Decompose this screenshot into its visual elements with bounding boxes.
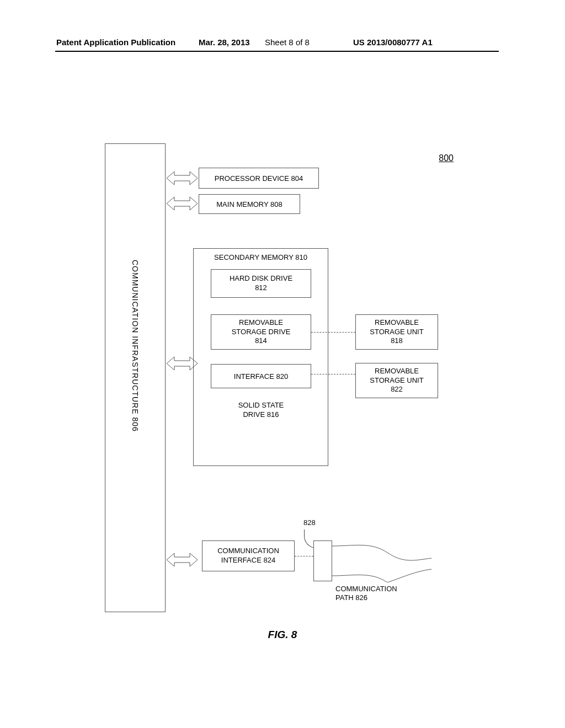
dashed-connector-icon (295, 556, 313, 556)
hdd-block: HARD DISK DRIVE 812 (211, 269, 311, 298)
header-publication: Patent Application Publication (56, 38, 175, 47)
bidir-arrow-icon (167, 194, 198, 213)
removable-storage-unit-822-block: REMOVABLE STORAGE UNIT 822 (355, 363, 438, 398)
rsu1-line3: 818 (391, 336, 403, 346)
removable-storage-drive-block: REMOVABLE STORAGE DRIVE 814 (211, 314, 311, 350)
main-memory-block: MAIN MEMORY 808 (199, 194, 300, 214)
processor-label: PROCESSOR DEVICE 804 (215, 174, 303, 183)
dashed-connector-icon (311, 332, 355, 333)
processor-block: PROCESSOR DEVICE 804 (199, 168, 319, 189)
ssd-line1: SOLID STATE (238, 401, 284, 410)
hdd-line2: 812 (255, 283, 267, 293)
header-rule (55, 51, 499, 52)
main-memory-label: MAIN MEMORY 808 (216, 200, 282, 208)
comm-path-wave-icon (332, 539, 431, 582)
dashed-connector-icon (311, 374, 355, 374)
comm-path-line2: PATH 826 (335, 593, 397, 602)
ref-828-label: 828 (303, 518, 316, 527)
signal-node-828 (313, 540, 332, 581)
diagram-area: 800 COMMUNICATION INFRASTRUCTURE 806 PRO… (105, 143, 463, 612)
ssd-block: SOLID STATE DRIVE 816 (211, 397, 311, 424)
interface-label: INTERFACE 820 (234, 372, 288, 381)
secondary-memory-title: SECONDARY MEMORY 810 (194, 253, 328, 261)
bidir-arrow-icon (167, 169, 198, 188)
ssd-line2: DRIVE 816 (243, 410, 279, 420)
comm-interface-block: COMMUNICATION INTERFACE 824 (202, 540, 295, 571)
rsu1-line2: STORAGE UNIT (370, 328, 423, 337)
bidir-arrow-icon (167, 550, 198, 569)
interface-block: INTERFACE 820 (211, 364, 311, 388)
rsd-line1: REMOVABLE (239, 318, 283, 328)
comm-path-line1: COMMUNICATION (335, 585, 397, 593)
hdd-line1: HARD DISK DRIVE (230, 274, 292, 283)
comm-path-label: COMMUNICATION PATH 826 (335, 585, 397, 602)
figure-caption: FIG. 8 (0, 629, 565, 641)
header-date: Mar. 28, 2013 (199, 38, 250, 47)
rsd-line2: STORAGE DRIVE (232, 328, 291, 337)
comm-infrastructure-block: COMMUNICATION INFRASTRUCTURE 806 (105, 143, 166, 612)
rsu2-line2: STORAGE UNIT (370, 376, 423, 386)
header-pubnum: US 2013/0080777 A1 (353, 38, 433, 47)
comm-if-line1: COMMUNICATION (217, 547, 279, 556)
rsu2-line3: 822 (391, 385, 403, 394)
rsu1-line1: REMOVABLE (375, 318, 419, 328)
system-ref-label: 800 (439, 153, 454, 163)
rsu2-line1: REMOVABLE (375, 367, 419, 376)
header-sheet: Sheet 8 of 8 (265, 38, 310, 47)
comm-if-line2: INTERFACE 824 (221, 556, 275, 565)
comm-infrastructure-label: COMMUNICATION INFRASTRUCTURE 806 (131, 260, 140, 432)
removable-storage-unit-818-block: REMOVABLE STORAGE UNIT 818 (355, 314, 438, 350)
rsd-line3: 814 (255, 336, 267, 346)
